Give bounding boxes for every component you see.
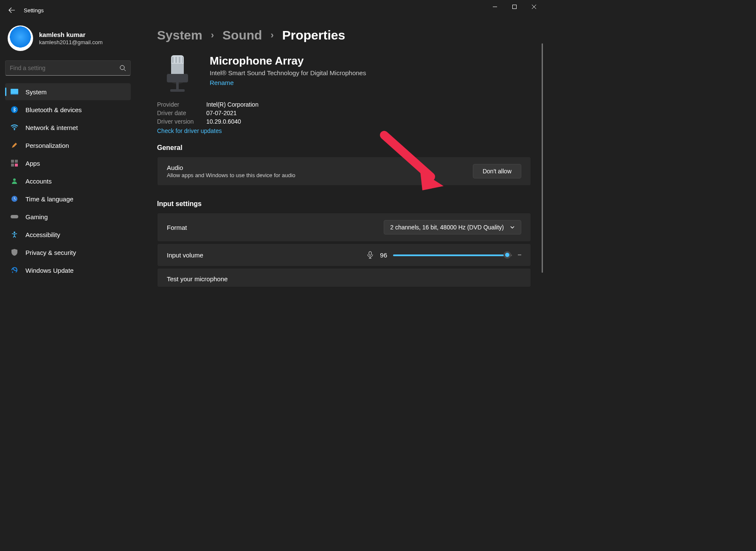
close-icon	[532, 5, 536, 9]
rename-link[interactable]: Rename	[210, 79, 234, 86]
minimize-icon	[493, 5, 497, 9]
main-content: System › Sound › Properties	[136, 20, 544, 396]
test-mic-card: Test your microphone	[157, 268, 531, 287]
clock-icon	[10, 195, 19, 203]
nav-item-accounts[interactable]: Accounts	[5, 172, 131, 189]
nav-item-update[interactable]: Windows Update	[5, 262, 131, 279]
nav-item-bluetooth[interactable]: Bluetooth & devices	[5, 101, 131, 118]
shield-icon	[10, 248, 19, 257]
nav-label: Privacy & security	[25, 249, 76, 256]
nav-item-system[interactable]: System	[5, 83, 131, 100]
svg-rect-17	[175, 57, 177, 63]
minimize-button[interactable]	[485, 0, 505, 14]
input-volume-label: Input volume	[167, 251, 203, 259]
input-volume-value: 96	[380, 251, 387, 259]
window-controls	[485, 0, 544, 14]
profile-block[interactable]: kamlesh kumar kamlesh2011@gmail.com	[5, 20, 131, 60]
check-driver-updates-link[interactable]: Check for driver updates	[157, 127, 222, 134]
person-icon	[10, 177, 19, 185]
chevron-right-icon: ›	[211, 30, 214, 41]
avatar	[8, 25, 33, 51]
close-button[interactable]	[524, 0, 544, 14]
svg-point-5	[14, 129, 15, 130]
svg-rect-8	[11, 164, 14, 167]
crumb-system[interactable]: System	[157, 28, 202, 42]
nav: System Bluetooth & devices Network & int…	[5, 83, 131, 279]
nav-label: Accessibility	[25, 231, 60, 238]
driver-date-label: Driver date	[157, 110, 198, 116]
svg-rect-7	[15, 160, 18, 163]
svg-rect-6	[11, 160, 14, 163]
gamepad-icon	[10, 212, 19, 221]
nav-label: System	[25, 88, 47, 96]
profile-email: kamlesh2011@gmail.com	[39, 39, 103, 45]
format-value: 2 channels, 16 bit, 48000 Hz (DVD Qualit…	[390, 224, 504, 231]
general-section-title: General	[157, 144, 531, 152]
svg-rect-23	[369, 251, 371, 255]
nav-item-time[interactable]: Time & language	[5, 190, 131, 207]
audio-subtitle: Allow apps and Windows to use this devic…	[167, 172, 295, 178]
nav-label: Bluetooth & devices	[25, 106, 82, 113]
nav-label: Personalization	[25, 142, 69, 149]
device-name: Microphone Array	[210, 54, 366, 68]
format-select[interactable]: 2 channels, 16 bit, 48000 Hz (DVD Qualit…	[384, 220, 521, 235]
provider-value: Intel(R) Corporation	[206, 101, 259, 108]
nav-item-gaming[interactable]: Gaming	[5, 208, 131, 225]
search-field[interactable]	[5, 60, 131, 76]
svg-rect-16	[172, 57, 174, 63]
device-subtitle: Intel® Smart Sound Technology for Digita…	[210, 69, 366, 76]
nav-label: Apps	[25, 160, 40, 167]
svg-rect-0	[513, 5, 517, 9]
chevron-down-icon	[510, 225, 515, 230]
nav-item-apps[interactable]: Apps	[5, 155, 131, 172]
format-card: Format 2 channels, 16 bit, 48000 Hz (DVD…	[157, 213, 531, 242]
search-icon	[119, 65, 126, 71]
svg-rect-22	[170, 89, 185, 92]
svg-rect-2	[11, 89, 18, 94]
device-header: Microphone Array Intel® Smart Sound Tech…	[157, 54, 531, 95]
driver-version-value: 10.29.0.6040	[206, 118, 241, 125]
slider-fill	[393, 254, 507, 256]
nav-label: Windows Update	[25, 267, 73, 274]
input-settings-title: Input settings	[157, 200, 531, 208]
dont-allow-button[interactable]: Don't allow	[473, 164, 521, 178]
sidebar: kamlesh kumar kamlesh2011@gmail.com Syst…	[0, 20, 136, 396]
svg-point-10	[13, 178, 16, 181]
svg-rect-19	[182, 57, 183, 63]
bluetooth-icon	[10, 105, 19, 114]
driver-date-value: 07-07-2021	[206, 110, 237, 116]
titlebar: Settings	[0, 0, 544, 20]
crumb-sound[interactable]: Sound	[222, 28, 262, 42]
format-label: Format	[167, 224, 187, 231]
nav-label: Gaming	[25, 213, 48, 220]
volume-slider[interactable]	[393, 251, 512, 259]
display-icon	[10, 88, 19, 96]
nav-item-network[interactable]: Network & internet	[5, 119, 131, 136]
provider-label: Provider	[157, 101, 198, 108]
search-input[interactable]	[10, 65, 119, 71]
nav-label: Accounts	[25, 178, 52, 185]
chevron-right-icon: ›	[270, 30, 273, 41]
nav-item-accessibility[interactable]: Accessibility	[5, 226, 131, 243]
svg-rect-20	[167, 74, 188, 82]
maximize-icon	[512, 5, 517, 9]
accessibility-icon	[10, 230, 19, 239]
svg-rect-21	[176, 82, 179, 89]
nav-item-personalization[interactable]: Personalization	[5, 137, 131, 154]
maximize-button[interactable]	[505, 0, 524, 14]
svg-rect-3	[11, 94, 18, 95]
scrollbar[interactable]	[542, 43, 543, 273]
driver-version-label: Driver version	[157, 118, 198, 125]
slider-end-mark-icon	[518, 253, 521, 257]
svg-rect-24	[518, 254, 521, 255]
apps-icon	[10, 159, 19, 167]
audio-title: Audio	[167, 164, 295, 171]
svg-rect-18	[179, 57, 180, 63]
device-properties: ProviderIntel(R) Corporation Driver date…	[157, 101, 531, 135]
slider-thumb[interactable]	[503, 251, 511, 259]
nav-item-privacy[interactable]: Privacy & security	[5, 244, 131, 261]
svg-point-13	[14, 232, 15, 233]
crumb-properties: Properties	[282, 28, 345, 42]
arrow-left-icon	[8, 7, 15, 14]
back-button[interactable]	[3, 2, 20, 19]
